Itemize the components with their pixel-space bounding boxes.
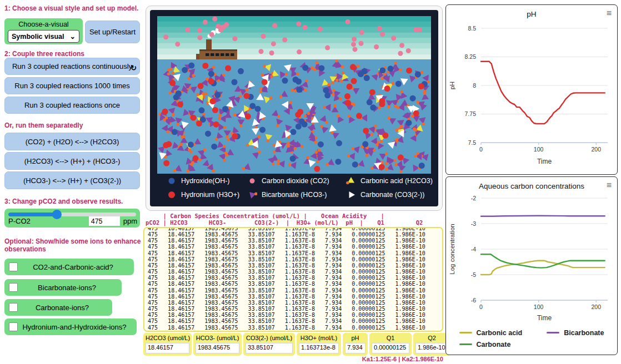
- monitor-label: Q1: [372, 335, 409, 341]
- output-header-line1: | Carbon Species Concentration (umol/L) …: [146, 213, 384, 219]
- ph-chart: pH ≡ 8.58.2587.757.50100200TimepH: [445, 4, 618, 175]
- carbon-dioxide-particle: [297, 49, 302, 54]
- visual-style-select[interactable]: Symbolic visual ⌄: [8, 30, 79, 43]
- switch-hydronium-and-hydroxide-ions-[interactable]: Hydronium-and-Hydroxide-ions?: [4, 318, 137, 335]
- carbon-dioxide-particle: [377, 26, 382, 31]
- legend-swatch: [459, 332, 472, 334]
- checkbox[interactable]: [9, 303, 18, 312]
- chooser-label: Choose-a-visual: [4, 21, 83, 28]
- checkbox[interactable]: [9, 283, 18, 292]
- run-button-2[interactable]: Run 3 coupled reactions once: [4, 97, 140, 114]
- hydronium-particle: [369, 89, 375, 95]
- hydroxide-particle: [352, 161, 358, 168]
- slider-fill: [8, 213, 57, 216]
- hydroxide-particle: [405, 120, 412, 126]
- legend-item-carbon-dioxide-co2-: Carbon dioxide (CO2): [247, 176, 346, 185]
- pco2-slider[interactable]: P-CO2 ppm: [4, 209, 140, 228]
- legend-shape: [349, 191, 355, 198]
- hydroxide-particle: [188, 141, 194, 148]
- carbon-dioxide-particle: [374, 44, 379, 49]
- monitor-q2: Q21.986e-10: [413, 333, 450, 356]
- hydroxide-particle: [255, 106, 261, 112]
- monitor-label: H3O+ (mol/L): [299, 335, 339, 341]
- hydronium-particle: [212, 107, 218, 113]
- svg-text:-3: -3: [471, 220, 476, 227]
- hydroxide-particle: [299, 119, 305, 125]
- ka-constants-note: Ka1:1.25E-6 | Ka2:1.986E-10: [289, 356, 443, 362]
- svg-text:Log concentration: Log concentration: [449, 224, 455, 274]
- triangle-legend-icon: [346, 176, 356, 185]
- hydronium-particle: [225, 65, 231, 72]
- monitor-label: pH: [345, 335, 365, 341]
- monitor-label: CO3(2-) (umol/L): [246, 335, 293, 341]
- svg-text:100: 100: [534, 304, 544, 310]
- monitor-hco3-umol-l-: HCO3- (umol/L)1983.45675: [193, 333, 242, 356]
- hydroxide-particle: [259, 127, 266, 133]
- switch-co2-and-carbonic-acid-[interactable]: CO2-and-Carbonic-acid?: [4, 259, 134, 275]
- carbon-dioxide-particle: [197, 35, 202, 40]
- hydronium-particle: [177, 102, 183, 108]
- carbon-dioxide-particle: [212, 17, 217, 22]
- reaction-button-0[interactable]: (CO2) + (H2O) <--> (H2CO3): [4, 133, 140, 150]
- carbon-dioxide-particle: [351, 42, 356, 47]
- optional-note: Optional: Show/hide some ions to enhance…: [4, 237, 141, 253]
- hydronium-particle: [208, 78, 214, 84]
- hydroxide-particle: [410, 95, 416, 102]
- triangle-legend-icon: [247, 190, 257, 199]
- reaction-button-1[interactable]: (H2CO3) <--> (H+) + (HCO3-): [4, 152, 140, 170]
- triangle-legend-icon: [346, 190, 356, 199]
- hydroxide-particle: [318, 141, 324, 148]
- monitor-co3-2-umol-l-: CO3(2-) (umol/L)33.85107: [243, 333, 295, 356]
- carbon-dioxide-particle: [185, 27, 190, 32]
- hydroxide-particle: [336, 140, 342, 146]
- carbon-dioxide-particle: [398, 51, 403, 56]
- switch-label: Hydronium-and-Hydroxide-ions?: [18, 323, 137, 331]
- series-bicarbonate: [481, 216, 605, 216]
- hydronium-particle: [169, 80, 176, 86]
- carbon-dioxide-particle: [269, 50, 274, 55]
- hydroxide-particle: [214, 92, 221, 98]
- carbon-dioxide-particle: [352, 37, 357, 42]
- world-view-card: Hydroxide(OH-)Carbon dioxide (CO2)Carbon…: [146, 6, 443, 211]
- reaction-button-2[interactable]: (HCO3-) <--> (H+) + (CO3(2-)): [4, 171, 140, 189]
- chart-menu-icon[interactable]: ≡: [607, 181, 612, 190]
- hydronium-particle: [314, 166, 320, 172]
- hydroxide-particle: [222, 106, 228, 112]
- slider-track[interactable]: [8, 213, 136, 216]
- run-button-label: Run 3 coupled reactions continuously: [12, 62, 132, 70]
- pco2-value-input[interactable]: [89, 216, 120, 226]
- run-button-1[interactable]: Run 3 coupled reactions 1000 times: [4, 77, 140, 94]
- hydronium-particle: [196, 120, 202, 127]
- monitor-value: 18.46157: [146, 343, 189, 353]
- legend-item-carbonate-co3-2-: Carbonate (CO3(2-)): [346, 190, 435, 199]
- hydroxide-particle: [188, 63, 194, 69]
- setup-restart-button[interactable]: Set up/Restart: [85, 21, 140, 43]
- series-ph: [481, 62, 605, 124]
- monitors-row: H2CO3 (umol/L)18.46157HCO3- (umol/L)1983…: [143, 333, 444, 356]
- checkbox[interactable]: [9, 322, 18, 331]
- carbon-dioxide-particle: [413, 27, 418, 32]
- step3-note: 3: Change pCO2 and observe results.: [4, 198, 141, 205]
- hydronium-particle: [162, 109, 168, 115]
- hydronium-particle: [382, 133, 388, 139]
- switch-bicarbonate-ions-[interactable]: Bicarbonate-ions?: [4, 279, 122, 296]
- switch-carbonate-ions-[interactable]: Carbonate-ions?: [4, 299, 112, 316]
- run-button-0[interactable]: Run 3 coupled reactions continuously↻: [4, 58, 140, 75]
- output-area[interactable]: 475 18.46157 1983.45675 33.85107 1.1637E…: [143, 227, 443, 332]
- simulation-canvas[interactable]: [157, 16, 431, 174]
- svg-text:-5: -5: [471, 271, 476, 278]
- chart-menu-icon[interactable]: ≡: [607, 9, 612, 18]
- checkbox[interactable]: [9, 262, 18, 271]
- svg-text:200: 200: [592, 146, 602, 153]
- circle-legend-icon: [247, 176, 257, 185]
- carbon-dioxide-particle: [359, 30, 364, 35]
- carbon-dioxide-particle: [318, 27, 323, 32]
- circle-legend-icon: [167, 176, 177, 185]
- hydronium-particle: [345, 100, 351, 106]
- hydronium-particle: [344, 93, 350, 99]
- carbon-dioxide-particle: [271, 41, 276, 46]
- carbon-dioxide-particle: [163, 34, 168, 39]
- ph-chart-title: pH: [446, 5, 617, 18]
- hydroxide-particle: [205, 130, 211, 136]
- carbon-dioxide-particle: [282, 37, 287, 42]
